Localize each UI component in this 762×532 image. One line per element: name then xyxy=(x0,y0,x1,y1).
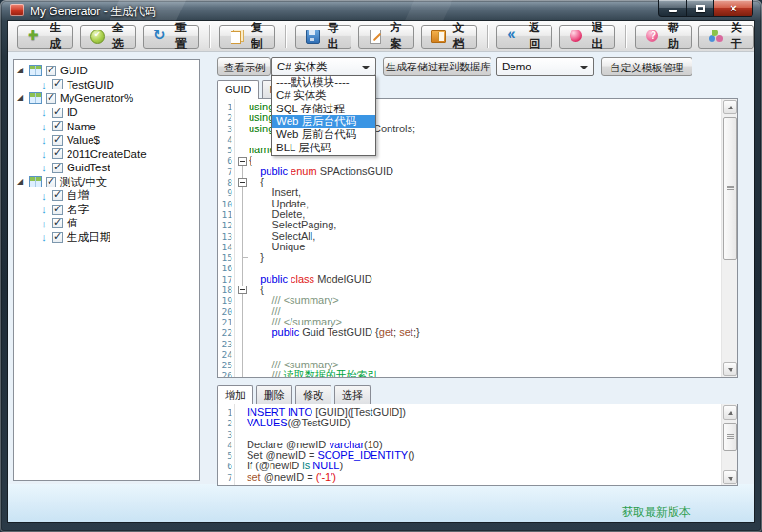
expander-icon[interactable] xyxy=(17,66,29,75)
close-button[interactable]: × xyxy=(713,0,753,17)
checkbox[interactable] xyxy=(46,66,56,76)
checkbox[interactable] xyxy=(52,148,63,159)
expander-icon[interactable] xyxy=(17,177,29,187)
fold-gutter[interactable] xyxy=(236,99,249,377)
column-arrow-icon xyxy=(37,162,50,173)
tree-item-table[interactable]: MyGenerator% xyxy=(14,91,199,106)
line-number: 14 xyxy=(218,242,234,252)
column-arrow-icon xyxy=(37,218,50,229)
checkbox[interactable] xyxy=(52,190,63,201)
back-icon xyxy=(506,29,521,44)
window-controls: × xyxy=(658,0,753,17)
tree-item-column[interactable]: 名字 xyxy=(14,203,199,217)
checkbox[interactable] xyxy=(52,79,63,89)
line-number: 8 xyxy=(218,177,234,187)
tree-item-column[interactable]: TestGUID xyxy=(14,78,199,92)
tree-item-table[interactable]: 测试/中文 xyxy=(14,175,199,189)
fold-collapse-icon[interactable] xyxy=(238,286,247,294)
toolbar-button-reset[interactable]: 重 置 xyxy=(143,25,199,49)
custom-template-button[interactable]: 自定义模板管理 xyxy=(601,57,692,76)
editor-vertical-scrollbar[interactable] xyxy=(721,99,737,377)
column-arrow-icon xyxy=(37,148,50,160)
expander-icon[interactable] xyxy=(17,93,29,103)
update-link[interactable]: 获取最新版本 xyxy=(622,504,691,521)
scroll-thumb[interactable] xyxy=(723,423,737,451)
line-number: 1 xyxy=(218,102,234,112)
code-line: Update, xyxy=(249,199,720,209)
code-line: { xyxy=(249,177,720,187)
scroll-up-arrow[interactable] xyxy=(723,100,737,114)
scroll-down-arrow[interactable] xyxy=(723,470,737,484)
sql-vertical-scrollbar[interactable] xyxy=(721,404,737,485)
checkbox[interactable] xyxy=(46,177,56,187)
dropdown-item[interactable]: ----默认模块---- xyxy=(272,76,375,89)
toolbar-button-about[interactable]: 关 于 xyxy=(698,25,754,49)
toolbar-button-back[interactable]: 返 回 xyxy=(496,25,552,49)
tree-item-column[interactable]: 2011CreateDate xyxy=(14,148,199,162)
checkbox[interactable] xyxy=(52,232,63,243)
code-line: Insert, xyxy=(249,187,720,198)
dropdown-item[interactable]: SQL 存储过程 xyxy=(272,103,375,116)
sql-tab-选择[interactable]: 选择 xyxy=(334,385,371,404)
toolbar-button-document[interactable]: 文 档 xyxy=(421,25,477,49)
line-number: 3 xyxy=(218,124,234,134)
tree-item-column[interactable]: 值 xyxy=(14,217,199,231)
generate-sp-button[interactable]: 生成存储过程到数据库 xyxy=(383,57,491,76)
toolbar-button-scheme[interactable]: 方 案 xyxy=(358,25,414,49)
sql-tab-修改[interactable]: 修改 xyxy=(295,385,331,404)
toolbar-button-help[interactable]: 帮 助 xyxy=(635,25,692,49)
generate-icon xyxy=(27,29,42,44)
dropdown-item[interactable]: BLL 层代码 xyxy=(272,142,375,155)
toolbar-button-select-all[interactable]: 全 选 xyxy=(80,25,136,49)
maximize-button[interactable] xyxy=(687,0,713,17)
minimize-button[interactable] xyxy=(658,0,687,17)
tree-item-label: 自增 xyxy=(67,188,89,203)
export-icon xyxy=(305,29,320,44)
reset-icon xyxy=(152,29,168,44)
editor-tab-GUID[interactable]: GUID xyxy=(217,80,259,99)
demo-combobox[interactable]: Demo xyxy=(496,57,594,76)
tree-item-column[interactable]: 生成日期 xyxy=(14,230,199,245)
checkbox[interactable] xyxy=(46,93,56,104)
checkbox[interactable] xyxy=(52,218,63,228)
line-number: 23 xyxy=(218,339,234,349)
tree-item-column[interactable]: Value$ xyxy=(14,133,199,148)
table-tree-panel[interactable]: GUIDTestGUIDMyGenerator%IDNameValue$2011… xyxy=(13,59,200,481)
dropdown-item[interactable]: Web 层前台代码 xyxy=(272,128,375,142)
toolbar-separator xyxy=(625,25,626,48)
chevron-down-icon xyxy=(580,66,588,69)
sql-editor: 1234567 INSERT INTO [GUID]([TestGUID])VA… xyxy=(217,404,738,486)
toolbar-button-copy[interactable]: 复 制 xyxy=(219,25,275,49)
fold-collapse-icon[interactable] xyxy=(238,157,247,166)
scroll-up-arrow[interactable] xyxy=(723,405,737,420)
screen: My Generator - 生成代码 × 生 成全 选重 置复 制导 出方 案… xyxy=(0,0,762,532)
tree-item-column[interactable]: ID xyxy=(14,106,199,120)
sql-tab-删除[interactable]: 删除 xyxy=(256,385,292,404)
table-icon xyxy=(29,176,42,187)
tree-item-table[interactable]: GUID xyxy=(14,64,199,78)
tree-item-column[interactable]: Name xyxy=(14,119,199,133)
sql-tab-增加[interactable]: 增加 xyxy=(217,385,253,404)
titlebar[interactable]: My Generator - 生成代码 × xyxy=(0,0,762,21)
tree-item-column[interactable]: GuidTest xyxy=(14,161,199,175)
dropdown-item[interactable]: Web 层后台代码 xyxy=(272,115,375,128)
checkbox[interactable] xyxy=(52,135,63,146)
toolbar-button-generate[interactable]: 生 成 xyxy=(17,25,73,49)
template-combobox[interactable]: C# 实体类 xyxy=(271,57,376,76)
checkbox[interactable] xyxy=(52,121,63,131)
fold-collapse-icon[interactable] xyxy=(238,178,247,187)
code-line xyxy=(249,339,720,349)
line-number: 5 xyxy=(218,145,234,155)
toolbar-button-exit[interactable]: 退 出 xyxy=(559,25,615,49)
sql-text-area[interactable]: INSERT INTO [GUID]([TestGUID])VALUES(@Te… xyxy=(247,404,720,485)
checkbox[interactable] xyxy=(52,163,63,173)
dropdown-item[interactable]: C# 实体类 xyxy=(272,89,375,103)
scroll-down-arrow[interactable] xyxy=(723,362,737,376)
checkbox[interactable] xyxy=(52,108,63,118)
app-icon xyxy=(10,4,24,16)
tree-item-column[interactable]: 自增 xyxy=(14,188,199,203)
checkbox[interactable] xyxy=(52,205,63,215)
scroll-thumb[interactable] xyxy=(723,117,737,260)
view-sample-button[interactable]: 查看示例 xyxy=(217,57,271,76)
toolbar-button-export[interactable]: 导 出 xyxy=(295,25,351,49)
